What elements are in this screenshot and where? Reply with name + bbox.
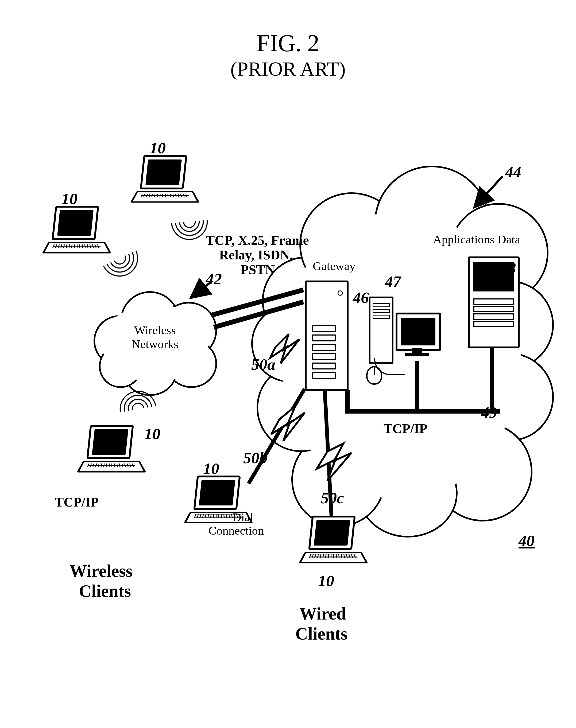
ref-10-b: 10 xyxy=(150,139,166,157)
ref-49: 49 xyxy=(481,403,497,422)
wireless-networks-label: WirelessNetworks xyxy=(120,323,190,351)
desktop-pc-icon xyxy=(369,297,394,364)
figure-caption: (PRIOR ART) xyxy=(0,57,576,81)
ref-50b: 50b xyxy=(243,449,267,467)
ref-50c: 50c xyxy=(321,489,344,507)
ref-10-e: 10 xyxy=(318,572,334,590)
ref-46: 46 xyxy=(353,289,369,307)
cloud-icon: WirelessNetworks xyxy=(83,283,222,395)
wireless-clients-l2: Clients xyxy=(79,581,131,601)
figure-number: FIG. 2 xyxy=(0,29,576,57)
ref-50a: 50a xyxy=(251,355,275,374)
wan-protocols-l3: PSTN xyxy=(240,262,275,277)
applications-data-label: Applications Data xyxy=(433,233,520,246)
ref-40: 40 xyxy=(519,532,535,550)
tower-computer-icon xyxy=(305,280,349,391)
wan-protocols-l1: TCP, X.25, Frame xyxy=(206,233,309,248)
monitor-icon xyxy=(396,312,441,358)
wireless-clients-l1: Wireless xyxy=(69,561,133,581)
laptop-icon xyxy=(302,516,364,569)
wan-protocols-l2: Relay, ISDN, xyxy=(219,247,293,263)
dial-connection-l2: Connection xyxy=(208,524,264,538)
wired-clients-l1: Wired xyxy=(299,604,346,624)
gateway-label: Gateway xyxy=(313,259,355,273)
tcpip-left-label: TCP/IP xyxy=(55,494,98,510)
dial-connection-l1: Dial xyxy=(233,510,253,524)
laptop-icon xyxy=(80,425,142,478)
wired-clients-l2: Clients xyxy=(295,624,347,644)
laptop-icon xyxy=(46,206,107,259)
tcpip-right-label: TCP/IP xyxy=(383,421,427,436)
ref-48: 48 xyxy=(500,259,516,278)
ref-47: 47 xyxy=(385,273,401,291)
ref-10-a: 10 xyxy=(61,190,78,208)
ref-10-d: 10 xyxy=(203,459,219,478)
ref-42: 42 xyxy=(206,270,222,288)
ref-44: 44 xyxy=(505,163,521,181)
